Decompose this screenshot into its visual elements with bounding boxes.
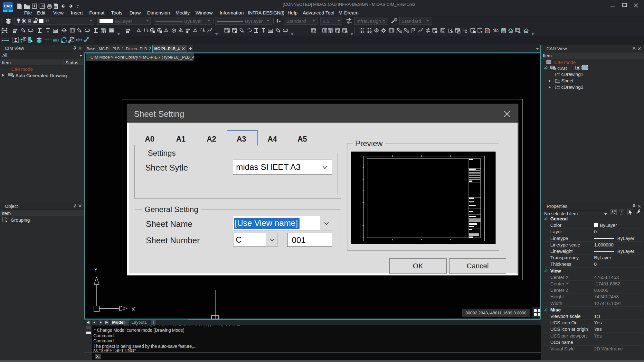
svg-text:1: 1 (621, 211, 623, 214)
svg-text:i: i (186, 31, 187, 33)
svg-text:Y: Y (94, 267, 98, 273)
svg-text:R: R (400, 31, 402, 33)
svg-text:T: T (24, 38, 25, 41)
svg-text:30: 30 (504, 30, 507, 32)
svg-text:i: i (14, 31, 14, 33)
svg-text:L: L (346, 31, 347, 33)
svg-text:i: i (127, 31, 128, 33)
svg-text:C: C (338, 31, 340, 33)
svg-text:L: L (104, 31, 106, 33)
svg-text:R: R (407, 31, 409, 33)
svg-text:AD: AD (554, 68, 556, 70)
svg-text:R: R (314, 31, 316, 33)
svg-text:3D: 3D (487, 28, 490, 30)
svg-text:X: X (131, 306, 135, 312)
svg-text:PDF: PDF (486, 30, 490, 32)
svg-text:S: S (331, 31, 333, 33)
